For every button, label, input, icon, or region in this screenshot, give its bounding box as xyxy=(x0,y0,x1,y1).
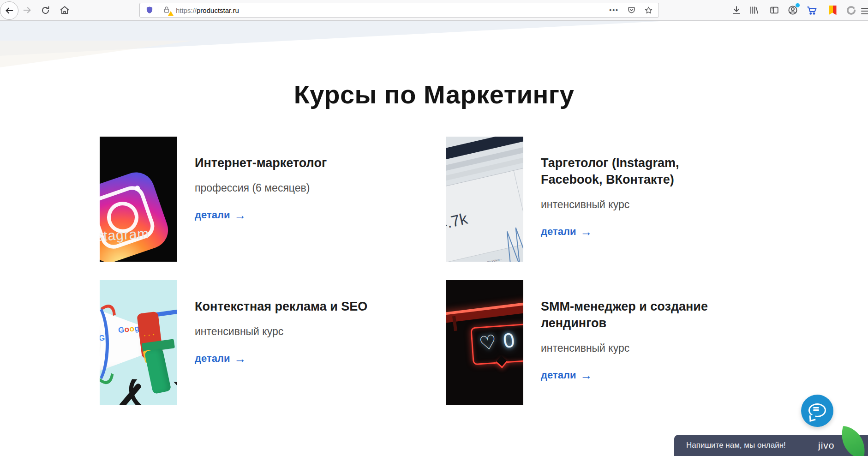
vpn-extension-button[interactable] xyxy=(844,3,858,17)
instagram-logo-icon xyxy=(100,168,173,262)
course-subtitle: интенсивный курс xyxy=(541,198,730,211)
back-button[interactable] xyxy=(0,1,18,20)
course-details-link[interactable]: детали→ xyxy=(195,209,384,221)
bookmarks-flag-extension-button[interactable] xyxy=(825,3,840,17)
cart-icon xyxy=(806,5,818,16)
jivo-logo: jivo xyxy=(818,440,835,451)
arrow-right-icon: → xyxy=(234,210,246,220)
page-title: Курсы по Маркетингу xyxy=(0,79,868,109)
account-button[interactable] xyxy=(785,3,800,17)
chat-online-message: Напишите нам, мы онлайн! xyxy=(686,441,786,450)
home-button[interactable] xyxy=(56,1,73,19)
course-subtitle: интенсивный курс xyxy=(541,342,730,354)
course-details-link[interactable]: детали→ xyxy=(195,353,384,365)
course-subtitle: профессия (6 месяцев) xyxy=(195,181,384,194)
course-details-link[interactable]: детали→ xyxy=(541,369,730,381)
course-title: Интернет-маркетолог xyxy=(195,155,384,171)
library-button[interactable] xyxy=(747,3,761,17)
mixed-content-warning-icon xyxy=(168,11,174,16)
course-card-context-ads-seo: G Google • • • Контекстная реклама и SEO… xyxy=(100,280,446,405)
urlbar-divider xyxy=(158,6,158,15)
back-icon xyxy=(4,6,14,16)
forward-button[interactable] xyxy=(18,1,36,19)
downloads-button[interactable] xyxy=(729,3,744,17)
courses-grid: stagram Интернет-маркетолог профессия (6… xyxy=(100,137,792,405)
jivo-chat-banner[interactable]: Напишите нам, мы онлайн! jivo xyxy=(674,435,868,456)
sidebar-icon xyxy=(769,5,779,15)
chat-bubble-tail xyxy=(809,414,816,422)
analytics-dashboard-art: k.com TOP EVENTS 4.7k Activity Settings … xyxy=(446,137,523,262)
library-icon xyxy=(749,5,759,15)
url-domain: productstar.ru xyxy=(197,6,239,14)
site-security-indicator[interactable] xyxy=(162,6,172,15)
course-image-google-megaphone-photo[interactable]: G Google • • • xyxy=(100,280,177,405)
course-card-internet-marketer: stagram Интернет-маркетолог профессия (6… xyxy=(100,137,446,262)
flag-ribbon-icon xyxy=(829,6,837,15)
account-notification-dot xyxy=(796,3,800,7)
reload-button[interactable] xyxy=(36,1,54,19)
ring-icon xyxy=(846,5,856,16)
analytics-metric-text: 4.7k xyxy=(446,210,469,234)
course-details-link[interactable]: детали→ xyxy=(541,226,730,238)
bookmark-star-icon xyxy=(644,6,653,15)
browser-window: https://productstar.ru ••• xyxy=(0,0,868,456)
address-bar[interactable]: https://productstar.ru ••• xyxy=(139,3,659,18)
course-image-analytics-photo[interactable]: k.com TOP EVENTS 4.7k Activity Settings … xyxy=(446,137,523,262)
save-to-pocket-button[interactable] xyxy=(627,6,636,15)
url-text[interactable]: https://productstar.ru xyxy=(176,6,239,14)
page-actions-icon[interactable]: ••• xyxy=(609,6,619,14)
course-card-targetolog: k.com TOP EVENTS 4.7k Activity Settings … xyxy=(446,137,792,262)
forward-icon xyxy=(22,5,32,15)
bookmark-page-button[interactable] xyxy=(644,6,653,15)
download-icon xyxy=(731,5,742,15)
neon-heart-icon: ♡ xyxy=(478,330,499,355)
arrow-right-icon: → xyxy=(580,227,592,237)
course-title: Контекстная реклама и SEO xyxy=(195,298,384,315)
course-title: SMM-менеджер и создание лендингов xyxy=(541,298,730,331)
neon-zero-text: 0 xyxy=(502,328,516,353)
course-card-smm-manager: ♡ 0 SMM-менеджер и создание лендингов ин… xyxy=(446,280,792,405)
shopping-cart-extension-button[interactable] xyxy=(804,3,819,17)
course-subtitle: интенсивный курс xyxy=(195,325,384,338)
neon-notification-bubble: ♡ 0 xyxy=(470,324,523,366)
instagram-caption-text: stagram xyxy=(100,226,150,244)
chat-button[interactable] xyxy=(801,395,833,427)
course-image-neon-likes-photo[interactable]: ♡ 0 xyxy=(446,280,523,405)
sidebars-button[interactable] xyxy=(767,3,782,17)
arrow-right-icon: → xyxy=(580,370,592,380)
tracking-protection-shield-icon[interactable] xyxy=(145,6,154,14)
arrow-right-icon: → xyxy=(234,354,246,364)
home-icon xyxy=(60,5,70,15)
pocket-icon xyxy=(627,6,636,15)
header-wedge-decoration-2 xyxy=(0,41,194,67)
browser-toolbar: https://productstar.ru ••• xyxy=(0,0,868,21)
course-title: Таргетолог (Instagram, Facebook, ВКонтак… xyxy=(541,155,730,188)
menu-button[interactable] xyxy=(861,6,868,16)
course-image-instagram-photo[interactable]: stagram xyxy=(100,137,177,262)
url-protocol: https:// xyxy=(176,6,197,14)
reload-icon xyxy=(41,6,50,15)
